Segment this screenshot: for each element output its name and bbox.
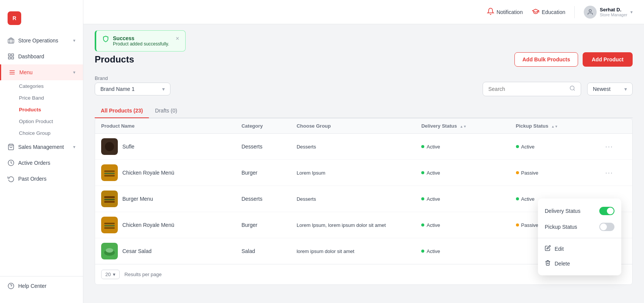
product-name-2: Chicken Royale Menü	[122, 170, 174, 176]
more-button-2[interactable]: ···	[605, 169, 613, 176]
filters-row: Brand Brand Name 1 ▾ Newest ▾	[95, 74, 633, 96]
sidebar-item-products[interactable]: Products	[0, 104, 83, 116]
past-orders-icon	[8, 175, 14, 182]
cell-category-5: Salad	[235, 238, 290, 264]
sidebar-item-option-product[interactable]: Option Product	[0, 116, 83, 127]
brand-select[interactable]: Brand Name 1 ▾	[95, 83, 170, 95]
toast-success-icon	[102, 36, 109, 44]
delete-label: Delete	[555, 261, 570, 267]
pickup-sort-arrows: ▲▼	[551, 125, 558, 128]
search-icon	[569, 85, 575, 93]
sidebar-item-past-orders[interactable]: Past Orders	[0, 171, 83, 187]
delivery-dot-4	[421, 223, 424, 226]
per-page-select[interactable]: 20 ▾	[101, 270, 120, 279]
svg-rect-21	[104, 201, 115, 203]
cell-delivery-status-2: Active	[415, 160, 510, 186]
delivery-status-text-3: Active	[427, 196, 440, 202]
tab-drafts[interactable]: Drafts (0)	[149, 104, 183, 118]
more-button-1[interactable]: ···	[605, 143, 613, 150]
header-actions: Add Bulk Products Add Product	[514, 52, 633, 67]
svg-point-28	[106, 248, 113, 253]
sidebar-label-dashboard: Dashboard	[18, 53, 75, 59]
delivery-dot-1	[421, 145, 424, 148]
product-image-5	[101, 243, 118, 259]
add-product-button[interactable]: Add Product	[583, 52, 633, 67]
sidebar-item-choice-group[interactable]: Choice Group	[0, 127, 83, 139]
edit-menu-item[interactable]: Edit	[538, 241, 621, 256]
cell-more-1[interactable]: ···	[599, 134, 632, 160]
per-page-label: Results per page	[124, 272, 161, 277]
toast-title: Success	[113, 35, 169, 41]
sidebar-nav: Store Operations ▾ Dashboard Menu ▾ Cate…	[0, 33, 83, 276]
chevron-store-icon: ▾	[73, 38, 75, 43]
topbar: Notification Education Serhat D. Store M…	[83, 0, 644, 24]
toast-close-button[interactable]: ×	[176, 35, 179, 42]
store-icon	[8, 37, 14, 44]
col-actions	[599, 119, 632, 134]
svg-rect-17	[104, 175, 115, 176]
svg-rect-4	[12, 57, 14, 59]
svg-rect-2	[12, 54, 14, 56]
pickup-status-toggle[interactable]	[599, 223, 614, 231]
search-input[interactable]	[488, 86, 566, 92]
sidebar-item-categories[interactable]: Categories	[0, 80, 83, 92]
chevron-sales-icon: ▾	[73, 144, 75, 150]
topbar-divider	[574, 6, 575, 18]
product-image-2	[101, 164, 118, 181]
col-delivery-status[interactable]: Delivery Status ▲▼	[415, 119, 510, 134]
education-item[interactable]: Education	[532, 8, 565, 16]
sidebar-item-menu[interactable]: Menu ▾	[0, 64, 83, 80]
pickup-dot-3	[516, 197, 519, 200]
delivery-sort-arrows: ▲▼	[460, 125, 467, 128]
pickup-status-label: Pickup Status	[545, 224, 577, 230]
cell-category-2: Burger	[235, 160, 290, 186]
cell-product-name-4: Chicken Royale Menü	[95, 212, 235, 238]
table-row: Chicken Royale Menü Burger Lorem Ipsum A…	[95, 160, 632, 186]
svg-rect-1	[8, 54, 10, 56]
sidebar-item-sales-management[interactable]: Sales Management ▾	[0, 139, 83, 155]
cell-choose-group-3: Desserts	[291, 186, 415, 212]
add-bulk-products-button[interactable]: Add Bulk Products	[514, 52, 578, 67]
table-header-row: Product Name Category Choose Group Deliv…	[95, 119, 632, 134]
per-page-value: 20	[105, 272, 111, 277]
content-area: Success Product added successfully. × Pr…	[83, 24, 644, 303]
sidebar-item-dashboard[interactable]: Dashboard	[0, 48, 83, 64]
col-pickup-status[interactable]: Pickup Status ▲▼	[510, 119, 599, 134]
sidebar: R Store Operations ▾ Dashboard Menu ▾	[0, 0, 83, 303]
sort-value: Newest	[593, 86, 611, 92]
brand-value: Brand Name 1	[100, 86, 134, 92]
cell-more-2[interactable]: ···	[599, 160, 632, 186]
svg-rect-23	[104, 223, 115, 224]
table-row: Sufle Desserts Desserts Active Active ··…	[95, 134, 632, 160]
cell-product-name-2: Chicken Royale Menü	[95, 160, 235, 186]
delivery-status-toggle[interactable]	[599, 207, 614, 215]
product-image-1	[101, 138, 118, 155]
delivery-status-text-1: Active	[427, 144, 440, 150]
cell-category-1: Desserts	[235, 134, 290, 160]
sidebar-submenu: Categories Price Band Products Option Pr…	[0, 80, 83, 139]
cell-choose-group-1: Desserts	[291, 134, 415, 160]
dropdown-divider	[538, 238, 621, 238]
delivery-status-text-2: Active	[427, 170, 440, 176]
sidebar-footer[interactable]: Help Center	[0, 276, 83, 295]
brand-chevron-icon: ▾	[162, 86, 165, 92]
help-center-item[interactable]: Help Center	[8, 283, 75, 289]
menu-icon	[9, 69, 16, 76]
pickup-status-text-4: Passive	[521, 222, 539, 228]
delivery-status-text-5: Active	[427, 248, 440, 254]
sort-select[interactable]: Newest ▾	[587, 83, 633, 95]
delivery-toggle-knob	[607, 208, 614, 214]
delivery-dot-5	[421, 250, 424, 253]
delete-menu-item[interactable]: Delete	[538, 256, 621, 271]
svg-rect-25	[104, 227, 115, 229]
education-label: Education	[542, 9, 565, 15]
sidebar-item-active-orders[interactable]: Active Orders	[0, 155, 83, 171]
search-box[interactable]	[483, 82, 581, 96]
sidebar-item-price-band[interactable]: Price Band	[0, 92, 83, 104]
cell-pickup-status-2: Passive	[510, 160, 599, 186]
sidebar-item-store-operations[interactable]: Store Operations ▾	[0, 33, 83, 48]
notification-item[interactable]: Notification	[487, 8, 523, 16]
user-info[interactable]: Serhat D. Store Manager ▾	[584, 6, 633, 19]
cell-delivery-status-5: Active	[415, 238, 510, 264]
tab-all-products[interactable]: All Products (23)	[95, 104, 149, 118]
